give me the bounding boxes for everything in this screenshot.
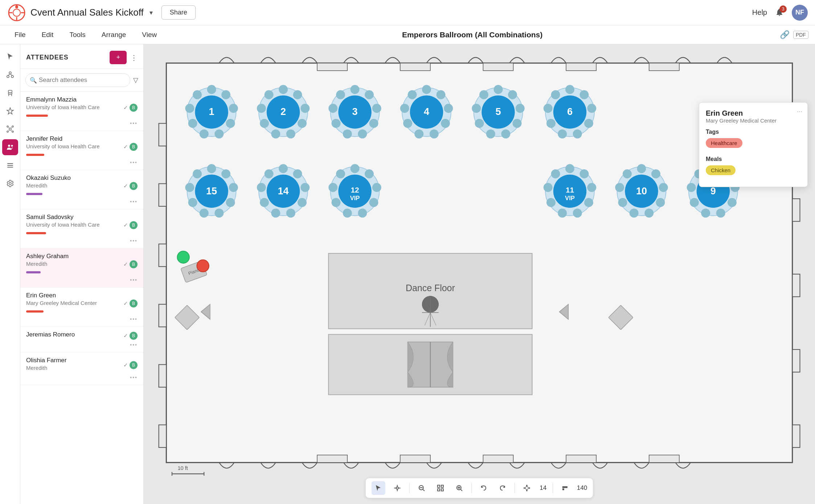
svg-rect-40 bbox=[793, 274, 800, 297]
user-avatar[interactable]: NF bbox=[792, 5, 808, 21]
svg-rect-46 bbox=[566, 63, 596, 71]
filter-icon[interactable]: ▽ bbox=[133, 76, 138, 84]
tool-star[interactable] bbox=[2, 103, 18, 119]
svg-rect-49 bbox=[400, 455, 430, 463]
svg-text:15: 15 bbox=[206, 186, 217, 197]
select-tool-button[interactable] bbox=[372, 481, 385, 495]
help-link[interactable]: Help bbox=[752, 8, 767, 17]
share-button[interactable]: Share bbox=[161, 5, 196, 20]
attendee-item[interactable]: Ashley Graham Meredith ✓ B ••• bbox=[20, 248, 143, 288]
svg-point-57 bbox=[226, 119, 235, 128]
svg-line-22 bbox=[11, 127, 12, 128]
undo-button[interactable] bbox=[477, 481, 491, 495]
tool-people[interactable] bbox=[2, 139, 18, 155]
app-logo bbox=[7, 3, 26, 22]
badge-icon: B bbox=[130, 221, 138, 229]
menu-edit[interactable]: Edit bbox=[34, 25, 62, 44]
item-more-button[interactable]: ••• bbox=[130, 120, 138, 126]
item-more-button[interactable]: ••• bbox=[130, 199, 138, 205]
svg-rect-236 bbox=[562, 488, 564, 490]
arrange-button[interactable] bbox=[520, 481, 534, 495]
svg-point-73 bbox=[257, 104, 266, 113]
tool-chair[interactable] bbox=[2, 85, 18, 101]
search-input[interactable] bbox=[25, 73, 130, 87]
popup-more-icon[interactable]: ··· bbox=[797, 108, 802, 115]
svg-point-192 bbox=[716, 208, 725, 218]
svg-point-118 bbox=[573, 129, 582, 139]
badge-icon: B bbox=[130, 299, 138, 307]
attendee-org: Meredith bbox=[26, 365, 66, 371]
svg-point-104 bbox=[516, 104, 525, 113]
item-more-button[interactable]: ••• bbox=[130, 375, 138, 380]
tool-settings[interactable] bbox=[2, 175, 18, 191]
popup-tag-healthcare[interactable]: Healthcare bbox=[706, 138, 742, 148]
redo-button[interactable] bbox=[496, 481, 509, 495]
seat-layout-button[interactable] bbox=[558, 481, 572, 495]
menu-tools[interactable]: Tools bbox=[61, 25, 93, 44]
menu-file[interactable]: File bbox=[7, 25, 34, 44]
svg-line-10 bbox=[8, 74, 10, 75]
svg-point-83 bbox=[343, 129, 352, 139]
svg-rect-51 bbox=[566, 455, 596, 463]
item-more-button[interactable]: ••• bbox=[130, 342, 138, 348]
bottom-toolbar: 14 140 bbox=[365, 478, 593, 498]
svg-point-169 bbox=[546, 198, 556, 207]
svg-point-59 bbox=[200, 129, 209, 139]
svg-point-120 bbox=[546, 119, 556, 128]
attendee-item[interactable]: Samuil Sadovsky University of Iowa Healt… bbox=[20, 209, 143, 248]
svg-point-163 bbox=[565, 164, 574, 173]
tool-select[interactable] bbox=[2, 49, 18, 65]
svg-point-108 bbox=[475, 119, 484, 128]
item-more-button[interactable]: ••• bbox=[130, 316, 138, 322]
popup-person-name: Erin Green bbox=[706, 109, 801, 117]
svg-rect-223 bbox=[441, 489, 443, 491]
attendee-org: University of Iowa Health Care bbox=[26, 104, 100, 110]
notifications-button[interactable]: 3 bbox=[771, 5, 787, 21]
badge-icon: B bbox=[130, 143, 138, 151]
menu-arrange[interactable]: Arrange bbox=[94, 25, 134, 44]
item-more-button[interactable]: ••• bbox=[130, 277, 138, 283]
attendee-item[interactable]: Jennifer Reid University of Iowa Health … bbox=[20, 131, 143, 170]
svg-point-140 bbox=[300, 183, 310, 192]
link-icon[interactable]: 🔗 bbox=[780, 30, 790, 40]
placed-attendee-1[interactable] bbox=[177, 251, 189, 263]
attendee-item[interactable]: Olishia Farmer Meredith ✓ B ••• bbox=[20, 352, 143, 385]
tool-grid[interactable] bbox=[2, 121, 18, 137]
placed-attendee-2[interactable] bbox=[197, 260, 209, 272]
svg-point-228 bbox=[525, 487, 528, 489]
attendee-item[interactable]: Emmalynn Mazzia University of Iowa Healt… bbox=[20, 92, 143, 131]
tool-network[interactable] bbox=[2, 67, 18, 83]
svg-point-19 bbox=[7, 131, 8, 132]
dropdown-arrow-icon[interactable]: ▾ bbox=[150, 9, 153, 17]
zoom-in-button[interactable] bbox=[452, 481, 466, 495]
item-more-button[interactable]: ••• bbox=[130, 160, 138, 165]
pan-tool-button[interactable] bbox=[390, 481, 404, 495]
svg-rect-222 bbox=[438, 489, 440, 491]
svg-rect-47 bbox=[649, 63, 679, 71]
svg-rect-48 bbox=[317, 455, 347, 463]
item-more-button[interactable]: ••• bbox=[130, 238, 138, 244]
svg-point-56 bbox=[229, 104, 238, 113]
svg-point-6 bbox=[15, 5, 18, 8]
pdf-icon[interactable]: PDF bbox=[793, 31, 808, 39]
svg-line-227 bbox=[461, 489, 462, 491]
svg-text:9: 9 bbox=[710, 186, 716, 197]
svg-point-127 bbox=[221, 169, 230, 178]
more-options-button[interactable]: ⋮ bbox=[130, 53, 138, 62]
attendee-item[interactable]: Jeremias Romero ✓ B ••• bbox=[20, 327, 143, 352]
zoom-out-button[interactable] bbox=[415, 481, 429, 495]
svg-point-61 bbox=[185, 104, 194, 113]
popup-tag-chicken[interactable]: Chicken bbox=[706, 165, 736, 175]
svg-point-102 bbox=[493, 85, 503, 94]
svg-point-180 bbox=[644, 208, 654, 218]
svg-point-70 bbox=[286, 129, 295, 139]
fit-view-button[interactable] bbox=[434, 481, 447, 495]
table-count: 14 bbox=[539, 484, 548, 492]
tool-list[interactable] bbox=[2, 157, 18, 173]
svg-point-1 bbox=[13, 9, 20, 16]
svg-text:3: 3 bbox=[352, 106, 358, 117]
attendee-item[interactable]: Erin Green Mary Greeley Medical Center ✓… bbox=[20, 288, 143, 327]
menu-view[interactable]: View bbox=[134, 25, 165, 44]
add-attendee-button[interactable]: + bbox=[110, 51, 127, 64]
attendee-item[interactable]: Okazaki Suzuko Meredith ✓ B ••• bbox=[20, 170, 143, 209]
